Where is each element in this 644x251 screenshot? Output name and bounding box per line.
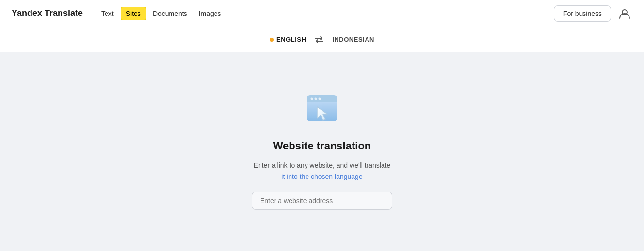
header: Yandex Translate Text Sites Documents Im… xyxy=(0,0,644,27)
source-language[interactable]: ENGLISH xyxy=(270,36,306,43)
svg-point-4 xyxy=(311,98,313,100)
nav-item-documents[interactable]: Documents xyxy=(148,7,192,20)
nav-item-sites[interactable]: Sites xyxy=(121,7,146,20)
main-content: Website translation Enter a link to any … xyxy=(0,52,644,251)
url-input-container xyxy=(252,192,392,210)
website-icon xyxy=(305,93,339,128)
main-description: Enter a link to any website, and we'll t… xyxy=(254,160,391,182)
header-right: For business xyxy=(554,5,632,22)
target-language[interactable]: INDONESIAN xyxy=(332,36,374,43)
main-title: Website translation xyxy=(273,140,371,152)
nav-item-text[interactable]: Text xyxy=(96,7,119,20)
website-address-input[interactable] xyxy=(252,192,392,210)
for-business-button[interactable]: For business xyxy=(554,5,611,22)
user-account-icon[interactable] xyxy=(617,6,632,21)
main-nav: Text Sites Documents Images xyxy=(96,7,226,20)
source-lang-label: ENGLISH xyxy=(276,36,306,43)
desc-line1: Enter a link to any website, and we'll t… xyxy=(254,160,391,171)
swap-languages-button[interactable] xyxy=(314,34,324,45)
nav-item-images[interactable]: Images xyxy=(194,7,226,20)
desc-line2: it into the chosen language xyxy=(254,171,391,182)
app-logo: Yandex Translate xyxy=(12,8,83,18)
target-lang-label: INDONESIAN xyxy=(332,36,374,43)
desc-line2-text: it into the chosen language xyxy=(281,173,362,180)
language-bar: ENGLISH INDONESIAN xyxy=(0,27,644,52)
svg-point-5 xyxy=(315,98,317,100)
svg-point-6 xyxy=(319,98,321,100)
active-lang-dot xyxy=(270,38,274,42)
